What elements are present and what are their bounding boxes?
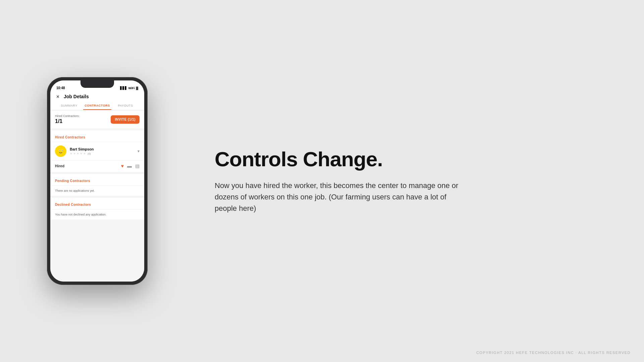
- app-content: Hired Contractors: 1/1 INVITE (1/1) Hire…: [50, 110, 144, 282]
- declined-section-title: Declined Contractors: [55, 203, 91, 206]
- hired-count-info: Hired Contractors: 1/1: [55, 114, 79, 124]
- star-4: ★: [80, 152, 83, 155]
- footer-copyright: COPYRIGHT 2021 HEFE TECHNOLOGIES INC · A…: [476, 351, 631, 355]
- contractor-status-row: Hired ♥ ▬ ▤: [50, 161, 144, 172]
- contractor-row: Bart Simpson ★ ★ ★ ★ ★ (0) ▾: [50, 142, 144, 161]
- header-row: ✕ Job Details: [55, 94, 140, 99]
- hired-count-label: Hired Contractors:: [55, 114, 79, 118]
- declined-empty-text: You have not declined any application.: [50, 209, 144, 220]
- main-headline: Controls Change.: [215, 148, 617, 171]
- payment-icon[interactable]: ▬: [127, 163, 132, 169]
- battery-icon: ▓: [136, 86, 138, 90]
- pending-empty-text: There are no applications yet.: [50, 186, 144, 196]
- avatar-image: [55, 145, 66, 157]
- contractor-name: Bart Simpson: [70, 147, 134, 151]
- declined-section-header: Declined Contractors: [50, 198, 144, 209]
- hired-count-section: Hired Contractors: 1/1 INVITE (1/1): [50, 110, 144, 128]
- hired-count-value: 1/1: [55, 118, 79, 124]
- pending-section-title: Pending Contractors: [55, 179, 90, 183]
- phone-mockup: 10:48 ▋▋▋ WiFi ▓ ✕ Job Details SUMMARY C…: [47, 77, 148, 285]
- main-description: Now you have hired the worker, this beco…: [215, 180, 470, 214]
- star-5: ★: [83, 152, 86, 155]
- star-rating: ★ ★ ★ ★ ★ (0): [70, 152, 134, 155]
- tab-summary[interactable]: SUMMARY: [55, 102, 83, 110]
- invite-button[interactable]: INVITE (1/1): [111, 115, 140, 124]
- star-3: ★: [76, 152, 79, 155]
- chevron-down-icon[interactable]: ▾: [138, 149, 140, 154]
- status-icons: ▋▋▋ WiFi ▓: [120, 86, 138, 90]
- tab-payouts[interactable]: PAYOUTS: [111, 102, 140, 110]
- svg-point-4: [62, 150, 63, 151]
- contractor-info: Bart Simpson ★ ★ ★ ★ ★ (0): [70, 147, 134, 155]
- tab-bar: SUMMARY CONTRACTORS PAYOUTS: [55, 102, 140, 110]
- action-icons: ♥ ▬ ▤: [121, 163, 140, 169]
- tab-contractors[interactable]: CONTRACTORS: [83, 102, 111, 110]
- svg-point-3: [59, 150, 60, 151]
- signal-icon: ▋▋▋: [120, 86, 127, 90]
- pending-section-header: Pending Contractors: [50, 174, 144, 186]
- contractor-card: Bart Simpson ★ ★ ★ ★ ★ (0) ▾: [50, 142, 144, 172]
- right-panel: Controls Change. Now you have hired the …: [195, 128, 644, 234]
- app-header: ✕ Job Details SUMMARY CONTRACTORS PAYOUT…: [50, 91, 144, 110]
- star-1: ★: [70, 152, 72, 155]
- phone-notch: [80, 80, 114, 88]
- hired-section-title: Hired Contractors: [55, 135, 85, 139]
- job-details-title: Job Details: [64, 94, 89, 99]
- phone-screen: 10:48 ▋▋▋ WiFi ▓ ✕ Job Details SUMMARY C…: [50, 80, 144, 282]
- avatar: [55, 145, 66, 157]
- wifi-icon: WiFi: [128, 86, 135, 90]
- review-count: (0): [88, 152, 91, 155]
- close-button[interactable]: ✕: [55, 94, 60, 99]
- declined-contractors-section: Declined Contractors You have not declin…: [50, 198, 144, 220]
- hired-section-header: Hired Contractors: [50, 130, 144, 142]
- hired-contractors-section: Hired Contractors: [50, 130, 144, 172]
- pending-contractors-section: Pending Contractors There are no applica…: [50, 174, 144, 196]
- star-2: ★: [73, 152, 76, 155]
- hired-status-label: Hired: [55, 164, 64, 168]
- status-time: 10:48: [56, 86, 65, 90]
- left-panel: 10:48 ▋▋▋ WiFi ▓ ✕ Job Details SUMMARY C…: [0, 0, 195, 362]
- message-icon[interactable]: ▤: [135, 163, 140, 169]
- favorite-icon[interactable]: ♥: [121, 163, 124, 169]
